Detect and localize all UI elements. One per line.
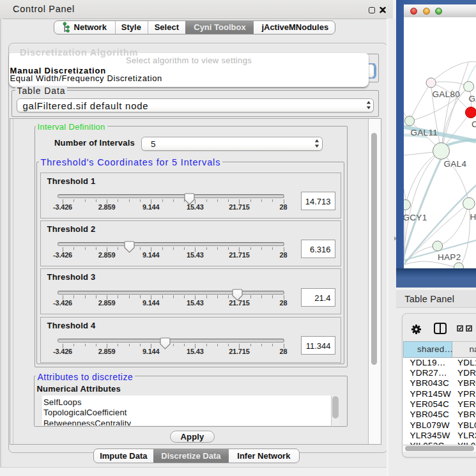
svg-text:GA: GA [469,94,476,104]
svg-text:GCY1: GCY1 [404,213,427,222]
svg-text:GAL80: GAL80 [433,89,461,99]
svg-text:GAL4: GAL4 [444,159,467,169]
svg-text:GAL11: GAL11 [411,128,438,137]
svg-text:CY: CY [472,119,476,129]
svg-text:H: H [470,212,476,222]
svg-text:HAP2: HAP2 [438,252,461,262]
